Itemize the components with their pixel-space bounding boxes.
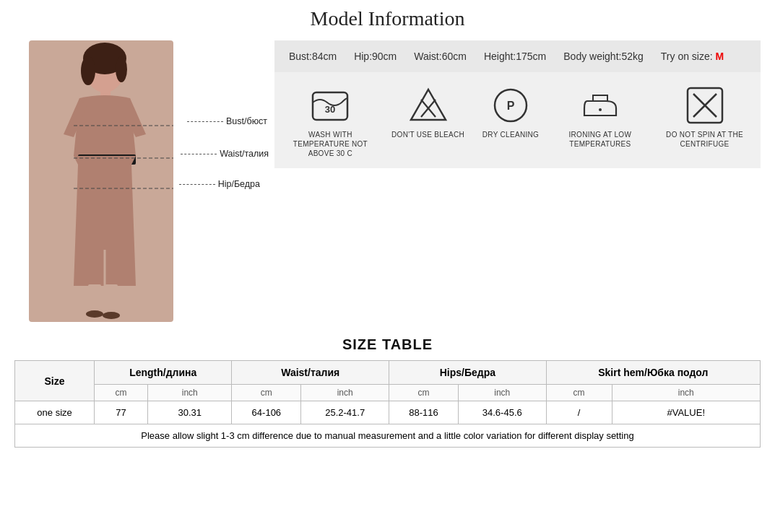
model-silhouette xyxy=(29,40,173,322)
cell-hips-cm: 88-116 xyxy=(389,401,459,424)
care-item-dry-clean: P DRY CLEANING xyxy=(482,85,539,139)
page-title: Model Information xyxy=(14,7,761,30)
care-label-no-bleach: DON'T USE BLEACH xyxy=(391,130,464,139)
table-row: one size 77 30.31 64-106 25.2-41.7 88-11… xyxy=(15,401,761,424)
sub-header-skirt-inch: inch xyxy=(612,385,760,401)
care-item-no-spin: DO NOT SPIN AT THE CENTRIFUGE xyxy=(662,85,748,149)
svg-point-11 xyxy=(103,312,120,319)
care-item-iron-low: IRONING AT LOW TEMPERATURES xyxy=(557,85,644,149)
col-header-waist: Waist/талия xyxy=(232,361,389,385)
svg-rect-8 xyxy=(88,284,101,313)
sub-header-waist-inch: inch xyxy=(301,385,389,401)
waist-label: Waist/талия xyxy=(181,149,269,159)
svg-rect-9 xyxy=(105,284,118,315)
note-text: Please allow slight 1-3 cm difference du… xyxy=(15,424,761,448)
col-header-hips: Hips/Бедра xyxy=(389,361,547,385)
svg-point-22 xyxy=(599,108,602,111)
wash-30-icon: 30 xyxy=(310,85,350,126)
cell-waist-cm: 64-106 xyxy=(232,401,301,424)
col-header-length: Length/длина xyxy=(95,361,232,385)
sub-header-hips-inch: inch xyxy=(458,385,546,401)
stat-hip: Hip:90cm xyxy=(354,51,397,62)
col-header-size: Size xyxy=(15,361,95,401)
size-table-title: SIZE TABLE xyxy=(14,336,761,353)
cell-length-cm: 77 xyxy=(95,401,148,424)
model-section: Bust/бюст Waist/талия Hip/Бедра Bust:84c… xyxy=(14,40,761,322)
care-label-no-spin: DO NOT SPIN AT THE CENTRIFUGE xyxy=(662,130,748,149)
model-stats-bar: Bust:84cm Hip:90cm Waist:60cm Height:175… xyxy=(274,40,761,72)
care-label-dry-clean: DRY CLEANING xyxy=(482,130,539,139)
care-item-no-bleach: DON'T USE BLEACH xyxy=(391,85,464,139)
care-label-iron-low: IRONING AT LOW TEMPERATURES xyxy=(557,130,644,149)
stat-try-on: Try on size: M xyxy=(661,51,724,62)
cell-waist-inch: 25.2-41.7 xyxy=(301,401,389,424)
dry-clean-icon: P xyxy=(490,85,531,126)
iron-low-icon xyxy=(580,85,620,126)
hip-label: Hip/Бедра xyxy=(179,179,260,189)
model-right-panel: Bust:84cm Hip:90cm Waist:60cm Height:175… xyxy=(274,40,761,322)
no-bleach-icon xyxy=(408,85,449,126)
bust-label: Bust/бюст xyxy=(187,116,267,126)
care-label-wash: WASH WITH TEMPERATURE NOT ABOVE 30 C xyxy=(287,130,373,158)
cell-skirt-cm: / xyxy=(546,401,612,424)
cell-skirt-inch: #VALUE! xyxy=(612,401,760,424)
stat-body-weight: Body weight:52kg xyxy=(563,51,644,62)
stat-height: Height:175cm xyxy=(484,51,546,62)
sub-header-length-cm: cm xyxy=(95,385,148,401)
svg-text:P: P xyxy=(507,100,515,112)
stat-waist: Waist:60cm xyxy=(414,51,467,62)
sub-header-hips-cm: cm xyxy=(389,385,459,401)
stat-size-value: M xyxy=(716,51,724,62)
svg-point-10 xyxy=(86,310,103,318)
cell-size: one size xyxy=(15,401,95,424)
svg-point-4 xyxy=(116,56,127,82)
sub-header-waist-cm: cm xyxy=(232,385,301,401)
size-table: Size Length/длина Waist/талия Hips/Бедра… xyxy=(14,360,761,448)
svg-marker-17 xyxy=(411,90,446,120)
sub-header-skirt-cm: cm xyxy=(546,385,612,401)
care-item-wash: 30 WASH WITH TEMPERATURE NOT ABOVE 30 C xyxy=(287,85,373,158)
svg-text:30: 30 xyxy=(325,104,335,115)
note-row: Please allow slight 1-3 cm difference du… xyxy=(15,424,761,448)
cell-hips-inch: 34.6-45.6 xyxy=(458,401,546,424)
svg-point-3 xyxy=(81,56,95,85)
cell-length-inch: 30.31 xyxy=(148,401,232,424)
model-image-container: Bust/бюст Waist/талия Hip/Бедра xyxy=(14,40,188,322)
size-table-section: SIZE TABLE Size Length/длина Waist/талия… xyxy=(14,336,761,448)
page-wrapper: Model Information xyxy=(0,0,775,455)
stat-bust: Bust:84cm xyxy=(289,51,337,62)
col-header-skirt: Skirt hem/Юбка подол xyxy=(546,361,760,385)
care-section: 30 WASH WITH TEMPERATURE NOT ABOVE 30 C … xyxy=(274,72,761,168)
sub-header-length-inch: inch xyxy=(148,385,232,401)
no-spin-icon xyxy=(685,85,725,126)
